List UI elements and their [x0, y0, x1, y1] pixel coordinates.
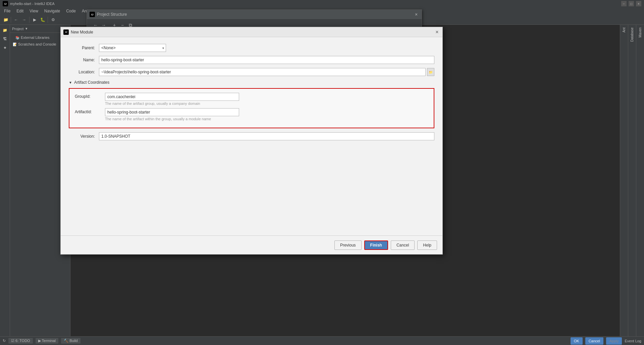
parent-label: Parent:	[69, 46, 99, 50]
right-sidebar-database: Database	[628, 25, 636, 336]
ok-button[interactable]: OK	[571, 337, 583, 345]
location-row: Location: 📁	[69, 68, 434, 76]
status-tab-build[interactable]: 🔨 Build	[61, 338, 80, 344]
name-label: Name:	[69, 58, 99, 62]
artifact-id-row: ArtifactId: The name of the artifact wit…	[75, 108, 428, 121]
toolbar-settings-btn[interactable]: ⚙	[49, 16, 57, 23]
scratches-icon: 📝	[13, 43, 17, 46]
previous-button[interactable]: Previous	[334, 240, 362, 250]
new-module-dialog: IJ New Module × Parent: <None> ▾ Name:	[60, 27, 443, 255]
group-id-row: GroupId: The name of the artifact group,…	[75, 93, 428, 106]
name-input[interactable]	[99, 56, 434, 64]
nm-title-left: IJ New Module	[63, 29, 93, 35]
ps-logo: IJ	[90, 12, 95, 17]
build-label: Build	[69, 339, 77, 343]
group-id-hint: The name of the artifact group, usually …	[105, 101, 239, 106]
menu-view[interactable]: View	[27, 8, 41, 14]
status-bar: ↻ ☑ 6: TODO ▶ Terminal 🔨 Build OK Cancel…	[0, 336, 644, 345]
todo-label: 6: TODO	[15, 339, 30, 343]
ps-title-left: IJ Project Structure	[90, 12, 127, 17]
group-id-label: GroupId:	[75, 93, 105, 99]
tree-item-scratches-label: Scratches and Console	[18, 42, 56, 46]
right-sidebar-database-label[interactable]: Database	[630, 26, 635, 43]
artifact-id-hint: The name of the artifact within the grou…	[105, 117, 239, 121]
title-bar: IJ myhello-start - IntelliJ IDEA − □ ×	[0, 0, 644, 7]
terminal-icon: ▶	[38, 339, 42, 343]
menu-file[interactable]: File	[1, 8, 13, 14]
nm-cancel-button[interactable]: Cancel	[391, 240, 415, 250]
location-input[interactable]	[99, 68, 426, 76]
toolbar-debug-btn[interactable]: 🐛	[39, 16, 46, 23]
version-label: Version:	[69, 134, 99, 139]
terminal-label: Terminal	[42, 339, 56, 343]
ps-title-text: Project Structure	[97, 12, 127, 17]
location-wrapper: 📁	[99, 68, 434, 76]
sidebar-icon-favorites[interactable]: ★	[1, 44, 9, 52]
parent-row: Parent: <None> ▾	[69, 44, 434, 52]
group-id-field-wrap: The name of the artifact group, usually …	[105, 93, 239, 106]
right-sidebar-ant: Ant	[620, 25, 628, 336]
nm-title-bar: IJ New Module ×	[61, 27, 442, 37]
ps-title-bar: IJ Project Structure ×	[87, 10, 422, 19]
toolbar-sep-3	[48, 17, 48, 23]
toolbar-project-btn[interactable]: 📁	[2, 16, 9, 23]
status-bar-right: OK Cancel Apply Event Log	[571, 337, 641, 345]
version-input[interactable]	[99, 132, 434, 140]
artifact-id-input[interactable]	[105, 108, 239, 116]
artifact-coordinates-box: GroupId: The name of the artifact group,…	[69, 88, 434, 128]
left-sidebar: 📁 🏗 ★	[0, 25, 10, 336]
toolbar-forward-btn[interactable]: →	[20, 16, 28, 23]
right-sidebar-ant-label[interactable]: Ant	[622, 26, 627, 34]
version-row: Version:	[69, 132, 434, 140]
artifact-id-label: ArtifactId:	[75, 108, 105, 114]
nm-title-text: New Module	[71, 30, 93, 34]
browse-button[interactable]: 📁	[427, 68, 434, 76]
name-row: Name:	[69, 56, 434, 64]
todo-icon: ☑	[11, 339, 15, 343]
menu-code[interactable]: Code	[63, 8, 78, 14]
sidebar-icon-project[interactable]: 📁	[1, 26, 9, 34]
tree-item-external-libraries-label: External Libraries	[21, 36, 50, 40]
nm-footer: Previous Finish Cancel Help	[61, 235, 442, 254]
nm-close-button[interactable]: ×	[434, 29, 440, 35]
toolbar-back-btn[interactable]: ←	[12, 16, 20, 23]
app-title: myhello-start - IntelliJ IDEA	[10, 2, 55, 6]
parent-select-wrapper: <None> ▾	[99, 44, 166, 52]
build-icon: 🔨	[64, 339, 69, 343]
project-dropdown-icon[interactable]: ▾	[25, 26, 28, 31]
toolbar-sep-2	[29, 17, 30, 23]
artifact-section-title: Artifact Coordinates	[74, 80, 109, 85]
event-log-label[interactable]: Event Log	[625, 339, 641, 343]
finish-button[interactable]: Finish	[364, 240, 388, 250]
menu-navigate[interactable]: Navigate	[42, 8, 63, 14]
title-bar-controls: − □ ×	[621, 1, 641, 6]
menu-edit[interactable]: Edit	[14, 8, 26, 14]
toolbar-sep-1	[11, 17, 11, 23]
close-button[interactable]: ×	[636, 1, 641, 6]
help-button[interactable]: Help	[417, 240, 437, 250]
spinner-icon: ↻	[3, 339, 6, 343]
nm-logo: IJ	[63, 29, 69, 35]
ide-window: IJ myhello-start - IntelliJ IDEA − □ × F…	[0, 0, 644, 345]
maximize-button[interactable]: □	[629, 1, 634, 6]
status-bar-left: ↻ ☑ 6: TODO ▶ Terminal 🔨 Build	[3, 338, 80, 344]
right-sidebar-maven: Maven	[636, 25, 644, 336]
minimize-button[interactable]: −	[621, 1, 627, 6]
artifact-id-field-wrap: The name of the artifact within the grou…	[105, 108, 239, 121]
group-id-input[interactable]	[105, 93, 239, 101]
status-tab-terminal[interactable]: ▶ Terminal	[36, 338, 58, 344]
nm-content: Parent: <None> ▾ Name: Location: 📁	[61, 37, 442, 235]
apply-button[interactable]: Apply	[606, 337, 622, 345]
cancel-button[interactable]: Cancel	[585, 337, 603, 345]
sidebar-icon-structure[interactable]: 🏗	[1, 35, 9, 43]
ps-close-button[interactable]: ×	[414, 12, 419, 17]
status-tab-todo[interactable]: ☑ 6: TODO	[8, 338, 33, 344]
parent-select[interactable]: <None>	[99, 44, 166, 52]
intellij-logo: IJ	[3, 1, 8, 6]
artifact-section-header: ▼ Artifact Coordinates	[69, 80, 434, 85]
location-label: Location:	[69, 70, 99, 74]
artifact-toggle-icon[interactable]: ▼	[69, 81, 72, 84]
toolbar-run-btn[interactable]: ▶	[31, 16, 38, 23]
title-bar-left: IJ myhello-start - IntelliJ IDEA	[3, 1, 55, 6]
right-sidebar-maven-label[interactable]: Maven	[638, 26, 643, 39]
